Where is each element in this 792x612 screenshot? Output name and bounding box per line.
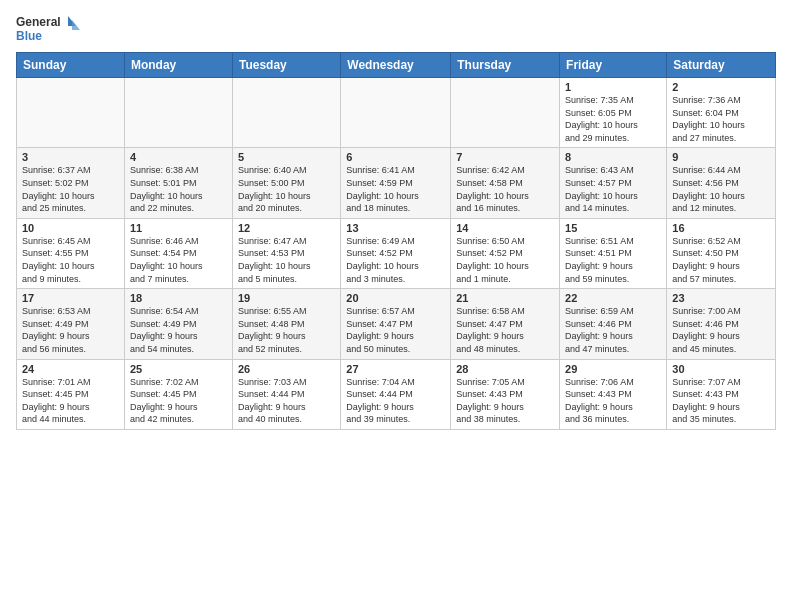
day-info: Sunrise: 6:45 AM Sunset: 4:55 PM Dayligh… — [22, 235, 119, 285]
day-info: Sunrise: 6:38 AM Sunset: 5:01 PM Dayligh… — [130, 164, 227, 214]
day-info: Sunrise: 6:49 AM Sunset: 4:52 PM Dayligh… — [346, 235, 445, 285]
day-info: Sunrise: 6:54 AM Sunset: 4:49 PM Dayligh… — [130, 305, 227, 355]
day-info: Sunrise: 7:01 AM Sunset: 4:45 PM Dayligh… — [22, 376, 119, 426]
day-number: 21 — [456, 292, 554, 304]
day-header-tuesday: Tuesday — [232, 53, 340, 78]
calendar-cell-2-6: 16Sunrise: 6:52 AM Sunset: 4:50 PM Dayli… — [667, 218, 776, 288]
calendar-cell-1-6: 9Sunrise: 6:44 AM Sunset: 4:56 PM Daylig… — [667, 148, 776, 218]
day-number: 29 — [565, 363, 661, 375]
week-row-4: 24Sunrise: 7:01 AM Sunset: 4:45 PM Dayli… — [17, 359, 776, 429]
calendar-cell-3-3: 20Sunrise: 6:57 AM Sunset: 4:47 PM Dayli… — [341, 289, 451, 359]
calendar-cell-1-1: 4Sunrise: 6:38 AM Sunset: 5:01 PM Daylig… — [124, 148, 232, 218]
day-info: Sunrise: 6:44 AM Sunset: 4:56 PM Dayligh… — [672, 164, 770, 214]
calendar-cell-3-6: 23Sunrise: 7:00 AM Sunset: 4:46 PM Dayli… — [667, 289, 776, 359]
calendar-cell-0-5: 1Sunrise: 7:35 AM Sunset: 6:05 PM Daylig… — [560, 78, 667, 148]
day-number: 4 — [130, 151, 227, 163]
day-info: Sunrise: 7:07 AM Sunset: 4:43 PM Dayligh… — [672, 376, 770, 426]
calendar-cell-4-5: 29Sunrise: 7:06 AM Sunset: 4:43 PM Dayli… — [560, 359, 667, 429]
day-header-friday: Friday — [560, 53, 667, 78]
calendar-cell-1-3: 6Sunrise: 6:41 AM Sunset: 4:59 PM Daylig… — [341, 148, 451, 218]
header: GeneralBlue — [16, 12, 776, 46]
day-number: 13 — [346, 222, 445, 234]
calendar-cell-2-1: 11Sunrise: 6:46 AM Sunset: 4:54 PM Dayli… — [124, 218, 232, 288]
calendar-cell-4-6: 30Sunrise: 7:07 AM Sunset: 4:43 PM Dayli… — [667, 359, 776, 429]
day-number: 12 — [238, 222, 335, 234]
calendar-cell-1-2: 5Sunrise: 6:40 AM Sunset: 5:00 PM Daylig… — [232, 148, 340, 218]
day-number: 20 — [346, 292, 445, 304]
calendar-cell-2-5: 15Sunrise: 6:51 AM Sunset: 4:51 PM Dayli… — [560, 218, 667, 288]
day-number: 1 — [565, 81, 661, 93]
day-number: 3 — [22, 151, 119, 163]
day-number: 6 — [346, 151, 445, 163]
svg-marker-3 — [72, 20, 80, 30]
day-number: 23 — [672, 292, 770, 304]
week-row-3: 17Sunrise: 6:53 AM Sunset: 4:49 PM Dayli… — [17, 289, 776, 359]
day-info: Sunrise: 6:58 AM Sunset: 4:47 PM Dayligh… — [456, 305, 554, 355]
day-info: Sunrise: 6:41 AM Sunset: 4:59 PM Dayligh… — [346, 164, 445, 214]
day-number: 19 — [238, 292, 335, 304]
day-info: Sunrise: 7:03 AM Sunset: 4:44 PM Dayligh… — [238, 376, 335, 426]
logo-svg: GeneralBlue — [16, 12, 86, 46]
week-row-1: 3Sunrise: 6:37 AM Sunset: 5:02 PM Daylig… — [17, 148, 776, 218]
calendar-cell-0-2 — [232, 78, 340, 148]
day-header-wednesday: Wednesday — [341, 53, 451, 78]
calendar-cell-0-6: 2Sunrise: 7:36 AM Sunset: 6:04 PM Daylig… — [667, 78, 776, 148]
calendar-cell-3-0: 17Sunrise: 6:53 AM Sunset: 4:49 PM Dayli… — [17, 289, 125, 359]
day-number: 30 — [672, 363, 770, 375]
week-row-2: 10Sunrise: 6:45 AM Sunset: 4:55 PM Dayli… — [17, 218, 776, 288]
calendar-cell-4-2: 26Sunrise: 7:03 AM Sunset: 4:44 PM Dayli… — [232, 359, 340, 429]
day-info: Sunrise: 6:57 AM Sunset: 4:47 PM Dayligh… — [346, 305, 445, 355]
day-info: Sunrise: 7:35 AM Sunset: 6:05 PM Dayligh… — [565, 94, 661, 144]
day-header-row: SundayMondayTuesdayWednesdayThursdayFrid… — [17, 53, 776, 78]
day-number: 28 — [456, 363, 554, 375]
day-number: 10 — [22, 222, 119, 234]
day-info: Sunrise: 7:00 AM Sunset: 4:46 PM Dayligh… — [672, 305, 770, 355]
day-number: 24 — [22, 363, 119, 375]
calendar-cell-4-4: 28Sunrise: 7:05 AM Sunset: 4:43 PM Dayli… — [451, 359, 560, 429]
page: GeneralBlue SundayMondayTuesdayWednesday… — [0, 0, 792, 438]
calendar-cell-0-1 — [124, 78, 232, 148]
day-info: Sunrise: 6:55 AM Sunset: 4:48 PM Dayligh… — [238, 305, 335, 355]
week-row-0: 1Sunrise: 7:35 AM Sunset: 6:05 PM Daylig… — [17, 78, 776, 148]
calendar-cell-2-2: 12Sunrise: 6:47 AM Sunset: 4:53 PM Dayli… — [232, 218, 340, 288]
day-number: 25 — [130, 363, 227, 375]
day-number: 14 — [456, 222, 554, 234]
calendar-cell-3-4: 21Sunrise: 6:58 AM Sunset: 4:47 PM Dayli… — [451, 289, 560, 359]
svg-text:Blue: Blue — [16, 29, 42, 43]
calendar-cell-3-5: 22Sunrise: 6:59 AM Sunset: 4:46 PM Dayli… — [560, 289, 667, 359]
day-number: 9 — [672, 151, 770, 163]
calendar-table: SundayMondayTuesdayWednesdayThursdayFrid… — [16, 52, 776, 430]
day-number: 18 — [130, 292, 227, 304]
day-info: Sunrise: 7:05 AM Sunset: 4:43 PM Dayligh… — [456, 376, 554, 426]
calendar-cell-2-0: 10Sunrise: 6:45 AM Sunset: 4:55 PM Dayli… — [17, 218, 125, 288]
day-info: Sunrise: 6:59 AM Sunset: 4:46 PM Dayligh… — [565, 305, 661, 355]
day-header-monday: Monday — [124, 53, 232, 78]
calendar-cell-1-4: 7Sunrise: 6:42 AM Sunset: 4:58 PM Daylig… — [451, 148, 560, 218]
day-info: Sunrise: 6:40 AM Sunset: 5:00 PM Dayligh… — [238, 164, 335, 214]
calendar-cell-4-3: 27Sunrise: 7:04 AM Sunset: 4:44 PM Dayli… — [341, 359, 451, 429]
calendar-cell-1-0: 3Sunrise: 6:37 AM Sunset: 5:02 PM Daylig… — [17, 148, 125, 218]
day-number: 16 — [672, 222, 770, 234]
day-number: 26 — [238, 363, 335, 375]
calendar-cell-3-2: 19Sunrise: 6:55 AM Sunset: 4:48 PM Dayli… — [232, 289, 340, 359]
day-header-saturday: Saturday — [667, 53, 776, 78]
day-info: Sunrise: 6:51 AM Sunset: 4:51 PM Dayligh… — [565, 235, 661, 285]
day-info: Sunrise: 6:37 AM Sunset: 5:02 PM Dayligh… — [22, 164, 119, 214]
day-info: Sunrise: 6:50 AM Sunset: 4:52 PM Dayligh… — [456, 235, 554, 285]
calendar-cell-2-4: 14Sunrise: 6:50 AM Sunset: 4:52 PM Dayli… — [451, 218, 560, 288]
day-number: 27 — [346, 363, 445, 375]
day-number: 5 — [238, 151, 335, 163]
day-info: Sunrise: 6:43 AM Sunset: 4:57 PM Dayligh… — [565, 164, 661, 214]
calendar-cell-3-1: 18Sunrise: 6:54 AM Sunset: 4:49 PM Dayli… — [124, 289, 232, 359]
day-header-sunday: Sunday — [17, 53, 125, 78]
day-number: 17 — [22, 292, 119, 304]
day-info: Sunrise: 7:02 AM Sunset: 4:45 PM Dayligh… — [130, 376, 227, 426]
day-number: 8 — [565, 151, 661, 163]
day-number: 7 — [456, 151, 554, 163]
calendar-cell-2-3: 13Sunrise: 6:49 AM Sunset: 4:52 PM Dayli… — [341, 218, 451, 288]
day-info: Sunrise: 7:06 AM Sunset: 4:43 PM Dayligh… — [565, 376, 661, 426]
day-info: Sunrise: 6:46 AM Sunset: 4:54 PM Dayligh… — [130, 235, 227, 285]
day-number: 2 — [672, 81, 770, 93]
day-info: Sunrise: 6:47 AM Sunset: 4:53 PM Dayligh… — [238, 235, 335, 285]
day-number: 11 — [130, 222, 227, 234]
